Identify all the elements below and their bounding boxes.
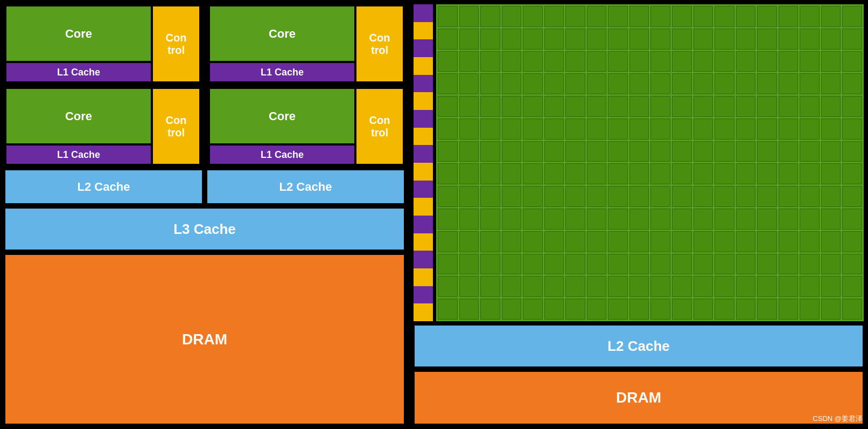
gpu-core-cell (821, 51, 841, 72)
gpu-core-cell (715, 73, 734, 94)
gpu-core-cell (821, 73, 841, 94)
gpu-cores-grid (436, 4, 864, 321)
dram-label-left: DRAM (182, 331, 227, 348)
gpu-core-cell (587, 119, 607, 140)
gpu-core-cell (672, 119, 692, 140)
gpu-core-cell (736, 276, 756, 297)
gpu-core-cell (480, 276, 500, 297)
gpu-core-cell (672, 186, 692, 207)
gpu-core-cell (502, 96, 522, 117)
gpu-core-cell (459, 254, 479, 275)
gpu-core-cell (459, 186, 479, 207)
gpu-core-cell (544, 209, 564, 230)
gpu-core-cell (608, 186, 628, 207)
gpu-core-cell (757, 96, 777, 117)
gpu-core-cell (694, 6, 713, 27)
gpu-core-cell (544, 96, 564, 117)
gpu-core-cell (757, 51, 777, 72)
gpu-core-cell (694, 96, 713, 117)
l1-cache-2: L1 Cache (209, 62, 355, 82)
gpu-core-cell (821, 209, 841, 230)
gpu-core-cell (779, 163, 799, 184)
gpu-core-cell (544, 73, 564, 94)
main-container: Core L1 Cache Control Core L1 (0, 0, 868, 429)
watermark: CSDN @姜君泽 (813, 414, 863, 424)
gpu-core-cell (650, 254, 670, 275)
gpu-core-cell (608, 141, 628, 162)
gpu-core-cell (523, 96, 543, 117)
control-label-4: Control (369, 114, 390, 139)
core-block-4: Core L1 Cache (209, 88, 355, 165)
gpu-core-cell (629, 163, 649, 184)
gpu-core-cell (694, 231, 713, 252)
gpu-core-cell (821, 119, 841, 140)
gpu-core-cell (842, 231, 862, 252)
gpu-core-cell (480, 163, 500, 184)
gpu-core-cell (565, 231, 585, 252)
gpu-core-cell (650, 141, 670, 162)
gpu-core-cell (672, 209, 692, 230)
gpu-core-cell (694, 276, 713, 297)
gpu-core-cell (672, 141, 692, 162)
gpu-core-cell (438, 73, 458, 94)
gpu-core-cell (821, 186, 841, 207)
gpu-core-cell (544, 186, 564, 207)
gpu-core-cell (629, 6, 649, 27)
gpu-core-cell (587, 73, 607, 94)
gpu-core-cell (715, 6, 734, 27)
gpu-core-cell (629, 231, 649, 252)
dram-right: DRAM (414, 371, 864, 425)
gpu-core-cell (672, 254, 692, 275)
gpu-core-cell (779, 6, 799, 27)
stripe-segment (414, 303, 433, 321)
gpu-core-cell (779, 51, 799, 72)
gpu-core-cell (779, 276, 799, 297)
gpu-core-cell (694, 163, 713, 184)
gpu-core-cell (544, 276, 564, 297)
gpu-core-cell (438, 209, 458, 230)
gpu-core-cell (523, 209, 543, 230)
gpu-core-cell (842, 299, 862, 320)
gpu-core-cell (629, 254, 649, 275)
control-label-2: Control (369, 32, 390, 57)
gpu-core-cell (608, 6, 628, 27)
gpu-core-cell (629, 96, 649, 117)
gpu-core-cell (842, 119, 862, 140)
gpu-core-cell (757, 186, 777, 207)
gpu-core-cell (715, 254, 734, 275)
gpu-core-cell (480, 6, 500, 27)
gpu-core-cell (480, 51, 500, 72)
gpu-core-cell (565, 276, 585, 297)
gpu-core-cell (544, 6, 564, 27)
gpu-core-cell (587, 231, 607, 252)
gpu-core-cell (608, 163, 628, 184)
gpu-core-cell (694, 186, 713, 207)
gpu-core-cell (565, 299, 585, 320)
core-label-3: Core (65, 109, 92, 123)
gpu-core-cell (842, 186, 862, 207)
gpu-core-cell (502, 254, 522, 275)
l1-label-4: L1 Cache (261, 149, 304, 161)
gpu-core-cell (459, 119, 479, 140)
gpu-core-cell (438, 186, 458, 207)
gpu-core-cell (694, 29, 713, 50)
gpu-core-cell (650, 96, 670, 117)
gpu-core-cell (736, 29, 756, 50)
gpu-core-cell (672, 276, 692, 297)
gpu-core-cell (544, 254, 564, 275)
gpu-core-cell (672, 231, 692, 252)
right-panel-gpu: L2 Cache DRAM (409, 0, 868, 429)
gpu-core-cell (650, 209, 670, 230)
gpu-core-cell (800, 186, 820, 207)
gpu-core-cell (544, 231, 564, 252)
gpu-core-cell (459, 276, 479, 297)
gpu-core-cell (438, 96, 458, 117)
gpu-core-cell (629, 51, 649, 72)
gpu-core-cell (438, 51, 458, 72)
l2-cache-right: L2 Cache (206, 169, 405, 204)
gpu-core-cell (629, 209, 649, 230)
l1-label-1: L1 Cache (57, 67, 100, 78)
gpu-core-cell (842, 73, 862, 94)
gpu-core-cell (779, 209, 799, 230)
gpu-core-cell (842, 29, 862, 50)
